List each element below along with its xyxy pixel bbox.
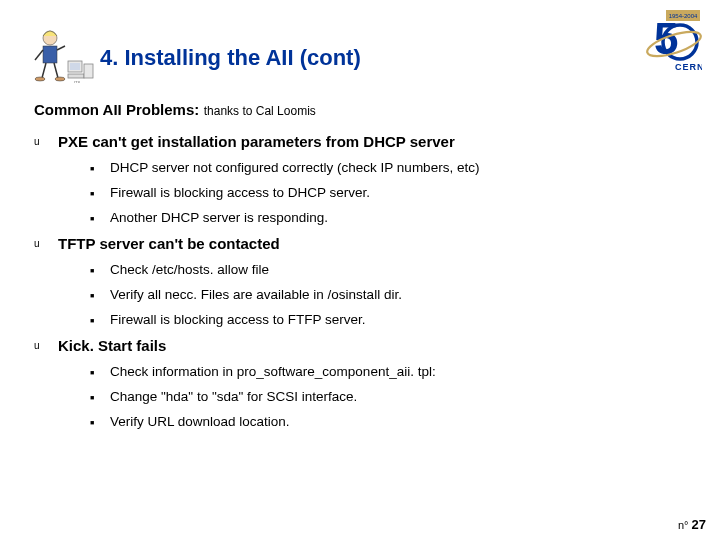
svg-point-6 bbox=[35, 77, 45, 81]
list-item: ■ Check information in pro_software_comp… bbox=[90, 364, 686, 379]
bullet-icon: ■ bbox=[90, 165, 96, 172]
subtitle-credit: thanks to Cal Loomis bbox=[204, 104, 316, 118]
item-text: Check information in pro_software_compon… bbox=[110, 364, 436, 379]
svg-line-4 bbox=[42, 63, 46, 78]
list-item: ■ DHCP server not configured correctly (… bbox=[90, 160, 686, 175]
bullet-icon: u bbox=[34, 238, 44, 249]
list-item: ■ Check /etc/hosts. allow file bbox=[90, 262, 686, 277]
list-item: ■ Firewall is blocking access to DHCP se… bbox=[90, 185, 686, 200]
bullet-icon: ■ bbox=[90, 267, 96, 274]
svg-rect-11 bbox=[84, 64, 93, 78]
bullet-icon: ■ bbox=[90, 317, 96, 324]
content-area: Common AII Problems: thanks to Cal Loomi… bbox=[0, 101, 720, 429]
heading-text: PXE can't get installation parameters fr… bbox=[58, 133, 455, 150]
item-text: Change "hda" to "sda" for SCSI interface… bbox=[110, 389, 357, 404]
list-item: ■ Change "hda" to "sda" for SCSI interfa… bbox=[90, 389, 686, 404]
item-text: Verify all necc. Files are available in … bbox=[110, 287, 402, 302]
bullet-icon: ■ bbox=[90, 419, 96, 426]
list-item: ■ Verify all necc. Files are available i… bbox=[90, 287, 686, 302]
list-item: ■ Firewall is blocking access to FTFP se… bbox=[90, 312, 686, 327]
svg-rect-1 bbox=[43, 46, 57, 63]
subtitle-bold: Common AII Problems: bbox=[34, 101, 199, 118]
heading-text: Kick. Start fails bbox=[58, 337, 166, 354]
svg-rect-10 bbox=[68, 74, 84, 78]
anniversary-logo-icon: 1954-2004 5 CERN bbox=[634, 8, 702, 76]
bullet-icon: ■ bbox=[90, 369, 96, 376]
svg-text:ITS: ITS bbox=[74, 80, 81, 83]
item-text: Firewall is blocking access to DHCP serv… bbox=[110, 185, 370, 200]
list-item: u Kick. Start fails bbox=[34, 337, 686, 354]
slide-header: ITS 1954-2004 5 CERN 4. Installing the A… bbox=[0, 0, 720, 95]
bullet-icon: ■ bbox=[90, 394, 96, 401]
heading-text: TFTP server can't be contacted bbox=[58, 235, 280, 252]
item-text: Check /etc/hosts. allow file bbox=[110, 262, 269, 277]
list-item: u TFTP server can't be contacted bbox=[34, 235, 686, 252]
bullet-icon: ■ bbox=[90, 190, 96, 197]
subtitle: Common AII Problems: thanks to Cal Loomi… bbox=[34, 101, 686, 119]
page-prefix: n° bbox=[678, 519, 692, 531]
logo-label: CERN bbox=[675, 62, 702, 72]
item-text: Another DHCP server is responding. bbox=[110, 210, 328, 225]
svg-line-2 bbox=[35, 50, 43, 60]
page-title: 4. Installing the AII (cont) bbox=[100, 45, 361, 71]
list-item: u PXE can't get installation parameters … bbox=[34, 133, 686, 150]
bullet-icon: ■ bbox=[90, 292, 96, 299]
svg-line-5 bbox=[54, 63, 58, 78]
svg-point-7 bbox=[55, 77, 65, 81]
bullet-icon: u bbox=[34, 340, 44, 351]
svg-rect-9 bbox=[70, 63, 80, 70]
page-num: 27 bbox=[692, 517, 706, 532]
bullet-icon: u bbox=[34, 136, 44, 147]
item-text: Firewall is blocking access to FTFP serv… bbox=[110, 312, 366, 327]
page-number: n° 27 bbox=[678, 517, 706, 532]
item-text: DHCP server not configured correctly (ch… bbox=[110, 160, 479, 175]
item-text: Verify URL download location. bbox=[110, 414, 290, 429]
mascot-icon: ITS bbox=[30, 28, 95, 83]
bullet-icon: ■ bbox=[90, 215, 96, 222]
list-item: ■ Another DHCP server is responding. bbox=[90, 210, 686, 225]
svg-line-3 bbox=[57, 46, 65, 50]
list-item: ■ Verify URL download location. bbox=[90, 414, 686, 429]
